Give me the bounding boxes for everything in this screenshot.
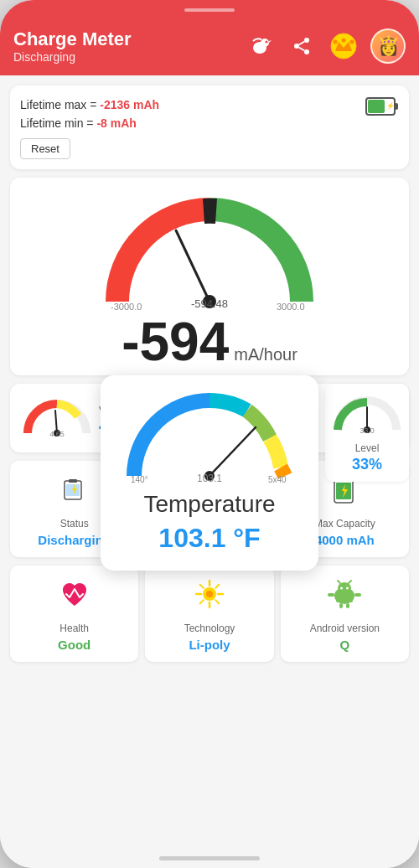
lifetime-min-value: -8 mAh [96,116,136,130]
main-gauge: -3000.0 3000.0 -594.48 [92,184,327,310]
main-reading-unit: mA/hour [234,345,297,364]
health-value: Good [17,638,132,652]
bottom-indicator [159,856,260,860]
svg-line-47 [215,600,219,603]
health-label: Health [17,623,132,634]
level-value: 33% [332,456,402,473]
status-bar-indicator [184,8,235,12]
svg-point-5 [304,49,309,54]
main-reading-value: -594 [122,315,229,369]
header: Charge Meter Discharging [0,20,419,75]
svg-point-2 [266,41,268,44]
lifetime-card: Lifetime max = -2136 mAh Lifetime min = … [10,85,409,169]
svg-rect-60 [346,603,349,608]
technology-value: Li-poly [152,638,266,652]
android-version-card: Android version Q [281,566,409,662]
svg-point-11 [342,39,346,43]
battery-indicator: ⚡ [365,96,399,121]
svg-rect-58 [354,593,361,597]
svg-point-54 [346,586,349,589]
svg-line-56 [349,581,351,583]
svg-line-48 [215,584,219,587]
svg-text:-3000.0: -3000.0 [111,302,142,310]
current-temp-area: 4.65 Voltage 4.05V A / 2500 mA [10,384,409,452]
svg-point-53 [340,586,343,589]
svg-point-41 [206,591,213,597]
reset-button[interactable]: Reset [20,138,70,159]
lifetime-max-value: -2136 mAh [100,98,159,111]
bottom-bar [0,848,419,868]
level-label: Level [332,442,402,454]
svg-line-18 [176,230,210,302]
technology-card: Technology Li-poly [145,566,273,662]
svg-point-52 [338,582,351,594]
health-icon [17,577,132,617]
svg-line-7 [299,42,305,45]
svg-text:3000.0: 3000.0 [277,302,305,310]
temperature-popup[interactable]: 140° 5x40 103.1 Temperature 103.1 °F [101,375,318,571]
lifetime-min-row: Lifetime min = -8 mAh [20,114,159,132]
svg-rect-57 [328,593,334,597]
health-card: Health Good [10,566,138,662]
svg-line-49 [200,600,204,603]
main-gauge-card: -3000.0 3000.0 -594.48 -594 mA/hour [10,178,409,375]
level-card: 33.0 Level 33% [325,384,409,482]
app-subtitle: Discharging [13,50,132,64]
technology-icon [152,577,266,617]
app-title: Charge Meter [13,28,132,50]
user-avatar[interactable]: 👸 [370,28,406,64]
voltage-mini-gauge: 4.65 [23,395,91,441]
temperature-label: Temperature [126,491,293,518]
svg-text:33.0: 33.0 [360,426,375,434]
phone-frame: Charge Meter Discharging [0,0,419,868]
svg-text:5x40: 5x40 [268,475,287,484]
svg-text:⚡: ⚡ [386,101,395,110]
svg-line-46 [200,584,204,587]
svg-text:4.65: 4.65 [49,430,65,437]
svg-point-4 [294,44,299,49]
svg-rect-14 [368,100,385,113]
lifetime-min-label: Lifetime min = [20,116,96,130]
lifetime-max-row: Lifetime max = -2136 mAh [20,96,159,114]
android-version-value: Q [287,638,402,652]
svg-line-6 [299,48,305,51]
status-bar [0,0,419,20]
android-icon [287,577,402,617]
technology-label: Technology [152,623,266,634]
android-version-label: Android version [287,623,402,634]
svg-point-10 [350,40,354,44]
svg-rect-31 [69,479,77,483]
svg-rect-13 [395,103,398,110]
crown-icon[interactable] [328,31,359,61]
temp-gauge-value: 103.1 [197,473,222,484]
gauge-needle-value: -594.48 [191,297,228,310]
main-reading: -594 mA/hour [122,315,297,369]
info-grid-2: Health Good [10,566,409,662]
svg-line-55 [338,581,340,583]
header-left: Charge Meter Discharging [13,28,132,64]
svg-text:140°: 140° [131,475,148,484]
header-icons: 👸 [245,28,406,64]
temperature-value: 103.1 °F [126,523,293,554]
bird-icon[interactable] [245,31,275,61]
svg-point-1 [261,39,269,47]
svg-point-9 [334,40,338,44]
svg-line-25 [210,427,256,476]
svg-point-8 [331,34,356,59]
lifetime-max-label: Lifetime max = [20,98,100,111]
temperature-gauge: 140° 5x40 103.1 [126,392,293,484]
svg-point-3 [304,38,309,43]
svg-rect-59 [339,603,343,608]
main-content: Lifetime max = -2136 mAh Lifetime min = … [0,75,419,848]
share-icon[interactable] [287,31,317,61]
